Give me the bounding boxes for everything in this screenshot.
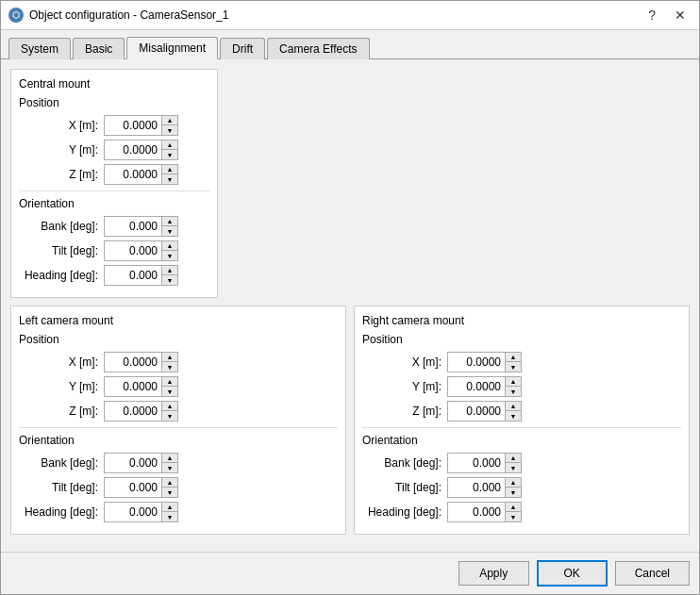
left-y-down[interactable]: ▼: [162, 387, 177, 396]
right-y-input[interactable]: [448, 378, 505, 395]
right-heading-spinner: ▲ ▼: [447, 502, 522, 522]
tab-system[interactable]: System: [8, 38, 71, 59]
left-tilt-up[interactable]: ▲: [162, 478, 177, 488]
left-bank-down[interactable]: ▼: [162, 463, 177, 472]
right-z-down[interactable]: ▼: [506, 411, 521, 421]
right-tilt-spinner: ▲ ▼: [447, 477, 522, 498]
close-button[interactable]: ✕: [669, 7, 692, 24]
right-heading-up[interactable]: ▲: [506, 503, 521, 512]
central-bank-spinner-btns: ▲ ▼: [161, 217, 177, 236]
left-y-up[interactable]: ▲: [162, 377, 177, 387]
left-x-up[interactable]: ▲: [162, 353, 177, 362]
central-y-up[interactable]: ▲: [162, 140, 177, 150]
left-heading-input[interactable]: [105, 504, 161, 521]
right-z-input[interactable]: [448, 403, 505, 420]
dialog: ⬡ Object configuration - CameraSensor_1 …: [0, 0, 700, 595]
apply-button[interactable]: Apply: [458, 561, 529, 586]
left-tilt-down[interactable]: ▼: [162, 488, 177, 497]
central-y-spinner: ▲ ▼: [104, 140, 178, 160]
right-y-down[interactable]: ▼: [506, 387, 521, 396]
left-y-spinner: ▲ ▼: [104, 376, 178, 397]
central-tilt-down[interactable]: ▼: [162, 251, 177, 260]
central-tilt-up[interactable]: ▲: [162, 241, 177, 251]
left-x-input[interactable]: [105, 354, 161, 371]
left-x-label: X [m]:: [19, 355, 104, 369]
right-bank-row: Bank [deg]: ▲ ▼: [362, 453, 681, 473]
content-area: Central mount Position X [m]: ▲ ▼ Y [m]:: [1, 59, 699, 552]
right-tilt-input[interactable]: [448, 479, 505, 496]
left-x-down[interactable]: ▼: [162, 362, 177, 372]
central-x-down[interactable]: ▼: [162, 125, 177, 135]
left-tilt-spinner: ▲ ▼: [104, 477, 178, 498]
right-z-row: Z [m]: ▲ ▼: [362, 401, 681, 421]
left-heading-down[interactable]: ▼: [162, 512, 177, 521]
left-bank-up[interactable]: ▲: [162, 454, 177, 463]
tab-camera-effects[interactable]: Camera Effects: [267, 38, 369, 59]
right-bank-up[interactable]: ▲: [506, 454, 521, 463]
central-y-input[interactable]: [105, 141, 161, 158]
right-camera-mount-panel: Right camera mount Position X [m]: ▲ ▼ Y…: [354, 306, 690, 535]
central-pos-title: Position: [19, 96, 209, 109]
right-bank-label: Bank [deg]:: [362, 456, 447, 470]
right-tilt-down[interactable]: ▼: [506, 488, 521, 497]
central-x-input[interactable]: [105, 117, 161, 134]
help-button[interactable]: ?: [642, 7, 661, 24]
right-heading-row: Heading [deg]: ▲ ▼: [362, 502, 681, 522]
central-heading-down[interactable]: ▼: [162, 275, 177, 285]
right-x-up[interactable]: ▲: [506, 353, 521, 362]
central-tilt-spinner-btns: ▲ ▼: [161, 241, 177, 260]
right-heading-input[interactable]: [448, 504, 505, 521]
central-y-row: Y [m]: ▲ ▼: [19, 140, 209, 160]
right-z-up[interactable]: ▲: [506, 402, 521, 411]
tab-misalignment[interactable]: Misalignment: [126, 37, 218, 59]
left-tilt-input[interactable]: [105, 479, 161, 496]
central-x-up[interactable]: ▲: [162, 116, 177, 125]
right-x-label: X [m]:: [362, 355, 447, 369]
left-y-input[interactable]: [105, 378, 161, 395]
central-z-up[interactable]: ▲: [162, 165, 177, 174]
central-z-down[interactable]: ▼: [162, 174, 177, 184]
tab-bar: System Basic Misalignment Drift Camera E…: [1, 30, 699, 59]
central-bank-down[interactable]: ▼: [162, 226, 177, 236]
right-x-down[interactable]: ▼: [506, 362, 521, 372]
left-heading-up[interactable]: ▲: [162, 503, 177, 512]
tab-basic[interactable]: Basic: [73, 38, 125, 59]
central-heading-input[interactable]: [105, 267, 161, 284]
top-right-spacer: [225, 69, 690, 298]
left-pos-title: Position: [19, 333, 338, 346]
right-x-input[interactable]: [448, 354, 505, 371]
left-z-up[interactable]: ▲: [162, 402, 177, 411]
left-x-spinner: ▲ ▼: [104, 352, 178, 372]
right-y-row: Y [m]: ▲ ▼: [362, 376, 681, 397]
central-z-input[interactable]: [105, 166, 161, 183]
central-z-spinner-btns: ▲ ▼: [161, 165, 177, 184]
central-x-spinner-btns: ▲ ▼: [161, 116, 177, 135]
central-tilt-row: Tilt [deg]: ▲ ▼: [19, 240, 209, 261]
central-y-down[interactable]: ▼: [162, 150, 177, 159]
cancel-button[interactable]: Cancel: [615, 561, 690, 586]
central-bank-spinner: ▲ ▼: [104, 216, 178, 237]
central-ori-title: Orientation: [19, 197, 209, 210]
right-tilt-up[interactable]: ▲: [506, 478, 521, 488]
tab-drift[interactable]: Drift: [220, 38, 265, 59]
left-x-row: X [m]: ▲ ▼: [19, 352, 338, 372]
left-bank-input[interactable]: [105, 455, 161, 471]
right-heading-down[interactable]: ▼: [506, 512, 521, 521]
central-heading-up[interactable]: ▲: [162, 266, 177, 275]
left-z-down[interactable]: ▼: [162, 411, 177, 421]
right-bank-down[interactable]: ▼: [506, 463, 521, 472]
ok-button[interactable]: OK: [537, 560, 608, 587]
footer: Apply OK Cancel: [1, 552, 699, 594]
left-z-input[interactable]: [105, 403, 161, 420]
left-bank-label: Bank [deg]:: [19, 456, 104, 470]
left-tilt-row: Tilt [deg]: ▲ ▼: [19, 477, 338, 498]
right-y-up[interactable]: ▲: [506, 377, 521, 387]
central-bank-input[interactable]: [105, 218, 161, 235]
central-bank-label: Bank [deg]:: [19, 220, 104, 233]
left-z-spinner: ▲ ▼: [104, 401, 178, 421]
central-x-label: X [m]:: [19, 119, 104, 132]
central-bank-up[interactable]: ▲: [162, 217, 177, 226]
central-tilt-input[interactable]: [105, 242, 161, 259]
right-bank-input[interactable]: [448, 455, 505, 471]
right-z-label: Z [m]:: [362, 405, 447, 418]
